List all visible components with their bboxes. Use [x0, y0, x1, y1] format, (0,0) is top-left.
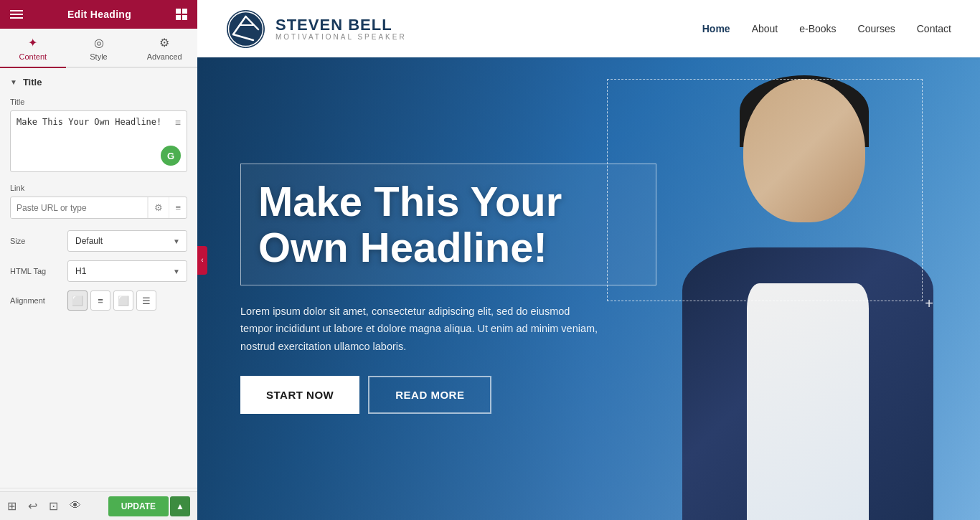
- nav-item-courses[interactable]: Courses: [858, 22, 895, 35]
- tab-advanced[interactable]: ⚙ Advanced: [131, 29, 197, 68]
- size-select-wrapper: Default Small Medium Large XL XXL ▼: [67, 230, 187, 252]
- panel-header: Edit Heading: [0, 0, 197, 29]
- site-nav: Home About e-Books Courses Contact: [702, 22, 951, 35]
- editor-panel: Edit Heading ✦ Content ◎ Style ⚙ Advance…: [0, 0, 197, 520]
- align-left-icon: ⬜: [72, 296, 83, 306]
- hero-content: Make This Your Own Headline! Lorem ipsum…: [240, 164, 656, 414]
- gemini-ai-button[interactable]: G: [161, 146, 181, 166]
- size-select[interactable]: Default Small Medium Large XL XXL: [67, 230, 187, 252]
- hamburger-menu-icon[interactable]: [10, 10, 23, 19]
- panel-content: ▼ Title Title Make This Your Own Headlin…: [0, 68, 197, 488]
- align-justify-button[interactable]: ☰: [136, 290, 156, 311]
- nav-item-ebooks[interactable]: e-Books: [799, 22, 836, 35]
- hero-headline: Make This Your Own Headline!: [258, 179, 639, 270]
- logo-name: STEVEN BELL: [275, 17, 407, 33]
- link-field-group: Link ⚙ ≡: [10, 184, 187, 219]
- site-navbar: STEVEN BELL MOTIVATIONAL SPEAKER Home Ab…: [197, 0, 980, 57]
- panel-tabs: ✦ Content ◎ Style ⚙ Advanced: [0, 29, 197, 68]
- panel-collapse-handle[interactable]: ‹: [197, 246, 207, 275]
- nav-link-about[interactable]: About: [752, 23, 778, 34]
- nav-link-ebooks[interactable]: e-Books: [799, 23, 836, 34]
- nav-item-contact[interactable]: Contact: [917, 22, 951, 35]
- update-button[interactable]: UPDATE: [108, 496, 169, 516]
- link-settings-icon[interactable]: ⚙: [148, 197, 169, 218]
- alignment-controls: ⬜ ≡ ⬜ ☰: [67, 290, 187, 311]
- nav-item-home[interactable]: Home: [702, 22, 730, 35]
- layers-icon[interactable]: ⊞: [7, 499, 17, 513]
- align-center-icon: ≡: [98, 296, 103, 306]
- link-field-label: Link: [10, 184, 187, 192]
- text-format-icon[interactable]: ≡: [175, 117, 181, 128]
- title-section-label: Title: [23, 77, 42, 88]
- title-section-header: ▼ Title: [10, 77, 187, 88]
- link-input-wrapper: ⚙ ≡: [10, 197, 187, 219]
- style-tab-label: Style: [90, 52, 107, 61]
- undo-icon[interactable]: ↩: [28, 499, 37, 513]
- logo-text-block: STEVEN BELL MOTIVATIONAL SPEAKER: [275, 17, 407, 41]
- nav-link-home[interactable]: Home: [702, 23, 730, 34]
- person-head: [743, 79, 865, 222]
- update-dropdown-button[interactable]: ▲: [170, 496, 190, 516]
- align-center-button[interactable]: ≡: [90, 290, 110, 311]
- style-tab-icon: ◎: [94, 36, 104, 49]
- nav-item-about[interactable]: About: [752, 22, 778, 35]
- align-right-button[interactable]: ⬜: [113, 290, 133, 311]
- hero-section: + Make This Your Own Headline! Lorem ips…: [197, 57, 980, 520]
- link-list-icon[interactable]: ≡: [169, 197, 187, 218]
- panel-title: Edit Heading: [67, 9, 131, 20]
- bottom-tools: ⊞ ↩ ⊡ 👁: [7, 499, 81, 513]
- bottom-bar: ⊞ ↩ ⊡ 👁 UPDATE ▲: [0, 491, 197, 520]
- logo-svg-icon: [226, 9, 265, 49]
- tab-content[interactable]: ✦ Content: [0, 29, 66, 68]
- alignment-button-group: ⬜ ≡ ⬜ ☰: [67, 290, 187, 311]
- html-tag-select-wrapper: H1 H2 H3 H4 H5 H6 p div span ▼: [67, 260, 187, 282]
- update-button-group: UPDATE ▲: [108, 496, 190, 516]
- size-field-label: Size: [10, 237, 67, 245]
- hero-buttons: Start Now Read More: [240, 376, 656, 414]
- content-tab-icon: ✦: [28, 36, 37, 49]
- nav-link-contact[interactable]: Contact: [917, 23, 951, 34]
- alignment-field-label: Alignment: [10, 296, 67, 305]
- advanced-tab-icon: ⚙: [159, 36, 169, 49]
- html-tag-field-row: HTML Tag H1 H2 H3 H4 H5 H6 p div span ▼: [10, 260, 187, 282]
- preview-icon[interactable]: 👁: [70, 499, 81, 513]
- advanced-tab-label: Advanced: [147, 52, 182, 61]
- html-tag-select[interactable]: H1 H2 H3 H4 H5 H6 p div span: [67, 260, 187, 282]
- person-shirt: [747, 283, 869, 520]
- alignment-field-row: Alignment ⬜ ≡ ⬜ ☰: [10, 290, 187, 311]
- size-field-row: Size Default Small Medium Large XL XXL ▼: [10, 230, 187, 252]
- title-field-group: Title Make This Your Own Headline! ≡ G: [10, 98, 187, 172]
- hero-headline-box[interactable]: Make This Your Own Headline!: [240, 164, 656, 285]
- logo-subtitle: MOTIVATIONAL SPEAKER: [275, 33, 407, 41]
- section-collapse-arrow[interactable]: ▼: [10, 78, 17, 86]
- grid-menu-icon[interactable]: [176, 9, 187, 20]
- content-tab-label: Content: [19, 52, 47, 61]
- tab-style[interactable]: ◎ Style: [66, 29, 132, 68]
- read-more-button[interactable]: Read More: [368, 376, 491, 414]
- preview-area: STEVEN BELL MOTIVATIONAL SPEAKER Home Ab…: [197, 0, 980, 520]
- html-tag-field-label: HTML Tag: [10, 267, 67, 275]
- align-right-icon: ⬜: [118, 296, 129, 306]
- site-logo: STEVEN BELL MOTIVATIONAL SPEAKER: [226, 9, 407, 49]
- align-left-button[interactable]: ⬜: [67, 290, 88, 311]
- title-textarea[interactable]: Make This Your Own Headline!: [11, 111, 187, 169]
- link-actions: ⚙ ≡: [147, 197, 187, 218]
- link-input[interactable]: [11, 198, 147, 218]
- nav-link-courses[interactable]: Courses: [858, 23, 895, 34]
- hero-description: Lorem ipsum dolor sit amet, consectetur …: [240, 303, 599, 356]
- title-field-label: Title: [10, 98, 187, 106]
- start-now-button[interactable]: Start Now: [240, 376, 359, 414]
- align-justify-icon: ☰: [142, 296, 151, 306]
- responsive-icon[interactable]: ⊡: [49, 499, 58, 513]
- title-input-wrapper: Make This Your Own Headline! ≡ G: [10, 110, 187, 172]
